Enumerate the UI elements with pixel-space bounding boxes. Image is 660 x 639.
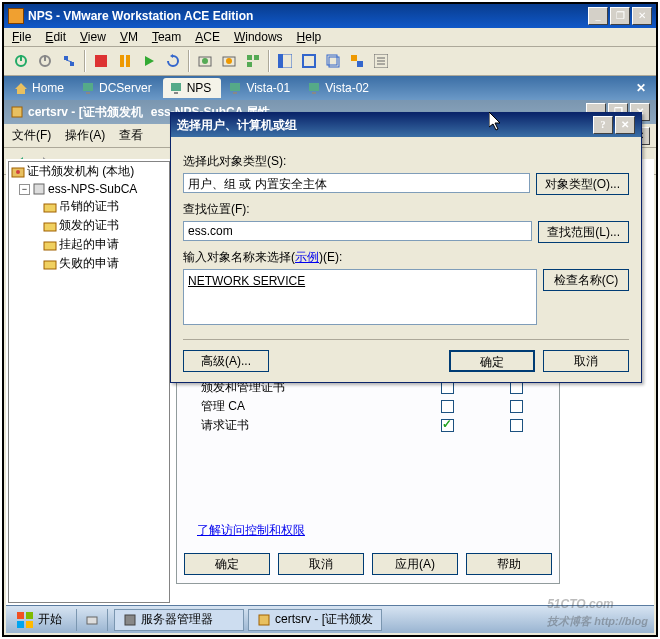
svg-rect-46: [44, 223, 56, 231]
server-manager-icon: [123, 613, 137, 627]
network-icon[interactable]: [58, 50, 80, 72]
svg-rect-37: [309, 83, 319, 91]
quick-launch-icon[interactable]: [81, 609, 103, 631]
close-button[interactable]: ✕: [632, 7, 652, 25]
tab-home[interactable]: Home: [8, 78, 74, 98]
tab-vista02[interactable]: Vista-02: [301, 78, 379, 98]
allow-checkbox[interactable]: [441, 419, 454, 432]
tree-item[interactable]: 挂起的申请: [9, 235, 169, 254]
svg-rect-25: [357, 61, 363, 67]
popout-icon[interactable]: [322, 50, 344, 72]
svg-rect-7: [95, 55, 107, 67]
cancel-button[interactable]: 取消: [543, 350, 629, 372]
locations-button[interactable]: 查找范围(L)...: [538, 221, 629, 243]
menu-team[interactable]: Team: [152, 30, 181, 44]
svg-rect-4: [64, 56, 68, 60]
summary-icon[interactable]: [370, 50, 392, 72]
unity-icon[interactable]: [346, 50, 368, 72]
object-types-button[interactable]: 对象类型(O)...: [536, 173, 629, 195]
windows-logo-icon: [16, 611, 34, 629]
svg-rect-34: [174, 92, 178, 94]
svg-rect-20: [278, 54, 283, 68]
select-user-dialog: 选择用户、计算机或组 ? ✕ 选择此对象类型(S): 用户、组 或 内置安全主体…: [170, 112, 642, 383]
taskbar-item[interactable]: certsrv - [证书颁发: [248, 609, 382, 631]
tab-nps[interactable]: NPS: [163, 78, 222, 98]
folder-icon: [43, 219, 57, 233]
props-help-button[interactable]: 帮助: [466, 553, 552, 575]
sidebar-icon[interactable]: [274, 50, 296, 72]
svg-marker-10: [145, 56, 154, 66]
svg-rect-17: [254, 55, 259, 60]
mmc-menu-action[interactable]: 操作(A): [65, 127, 105, 144]
menu-view[interactable]: View: [80, 30, 106, 44]
menu-help[interactable]: Help: [297, 30, 322, 44]
svg-marker-30: [15, 83, 27, 94]
dialog-close-button[interactable]: ✕: [615, 116, 635, 134]
advanced-button[interactable]: 高级(A)...: [183, 350, 269, 372]
home-icon: [14, 81, 28, 95]
vm-tabbar: Home DCServer NPS Vista-01 Vista-02 ✕: [4, 76, 656, 100]
restore-button[interactable]: ❐: [610, 7, 630, 25]
start-button[interactable]: 开始: [6, 606, 72, 633]
tree-root[interactable]: 证书颁发机构 (本地): [9, 162, 169, 181]
snapshot-icon[interactable]: [194, 50, 216, 72]
svg-rect-33: [171, 83, 181, 91]
acl-help-link[interactable]: 了解访问控制和权限: [197, 523, 305, 537]
pc-icon: [307, 81, 321, 95]
example-link[interactable]: 示例: [295, 250, 319, 264]
minimize-button[interactable]: _: [588, 7, 608, 25]
location-label: 查找位置(F):: [183, 201, 629, 218]
mmc-menu-file[interactable]: 文件(F): [12, 127, 51, 144]
tree-item[interactable]: 失败的申请: [9, 254, 169, 273]
props-apply-button[interactable]: 应用(A): [372, 553, 458, 575]
ok-button[interactable]: 确定: [449, 350, 535, 372]
svg-rect-36: [233, 92, 237, 94]
tree-item[interactable]: 吊销的证书: [9, 197, 169, 216]
svg-point-15: [226, 58, 232, 64]
revert-icon[interactable]: [218, 50, 240, 72]
svg-rect-51: [17, 621, 24, 628]
pause-icon[interactable]: [114, 50, 136, 72]
fullscreen-icon[interactable]: [298, 50, 320, 72]
svg-rect-21: [303, 55, 315, 67]
menu-vm[interactable]: VM: [120, 30, 138, 44]
deny-checkbox[interactable]: [510, 419, 523, 432]
manage-snapshot-icon[interactable]: [242, 50, 264, 72]
tree-item[interactable]: 颁发的证书: [9, 216, 169, 235]
deny-checkbox[interactable]: [510, 400, 523, 413]
tab-close-icon[interactable]: ✕: [630, 81, 652, 95]
dialog-help-button[interactable]: ?: [593, 116, 613, 134]
tab-dcserver[interactable]: DCServer: [75, 78, 162, 98]
allow-checkbox[interactable]: [441, 400, 454, 413]
collapse-icon[interactable]: −: [19, 184, 30, 195]
props-cancel-button[interactable]: 取消: [278, 553, 364, 575]
mmc-menu-view[interactable]: 查看: [119, 127, 143, 144]
pc-icon: [169, 81, 183, 95]
reset-icon[interactable]: [162, 50, 184, 72]
check-names-button[interactable]: 检查名称(C): [543, 269, 629, 291]
stop-icon[interactable]: [90, 50, 112, 72]
taskbar-item[interactable]: 服务器管理器: [114, 609, 244, 631]
menu-ace[interactable]: ACE: [195, 30, 220, 44]
svg-rect-24: [351, 55, 357, 61]
svg-rect-49: [17, 612, 24, 619]
vmware-toolbar: [4, 47, 656, 76]
tree-ca[interactable]: − ess-NPS-SubCA: [9, 181, 169, 197]
cert-icon: [257, 613, 271, 627]
svg-rect-5: [70, 62, 74, 66]
svg-rect-32: [86, 92, 90, 94]
play-icon[interactable]: [138, 50, 160, 72]
props-ok-button[interactable]: 确定: [184, 553, 270, 575]
vmware-menubar: File Edit View VM Team ACE Windows Help: [4, 28, 656, 47]
vmware-titlebar: NPS - VMware Workstation ACE Edition _ ❐…: [4, 4, 656, 28]
power-off-icon2[interactable]: [34, 50, 56, 72]
tab-vista01[interactable]: Vista-01: [222, 78, 300, 98]
power-off-icon[interactable]: [10, 50, 32, 72]
pc-icon: [228, 81, 242, 95]
object-name-input[interactable]: NETWORK SERVICE: [183, 269, 537, 325]
menu-edit[interactable]: Edit: [45, 30, 66, 44]
menu-windows[interactable]: Windows: [234, 30, 283, 44]
menu-file[interactable]: File: [12, 30, 31, 44]
perm-row: 管理 CA: [177, 397, 559, 416]
svg-point-43: [16, 170, 20, 174]
